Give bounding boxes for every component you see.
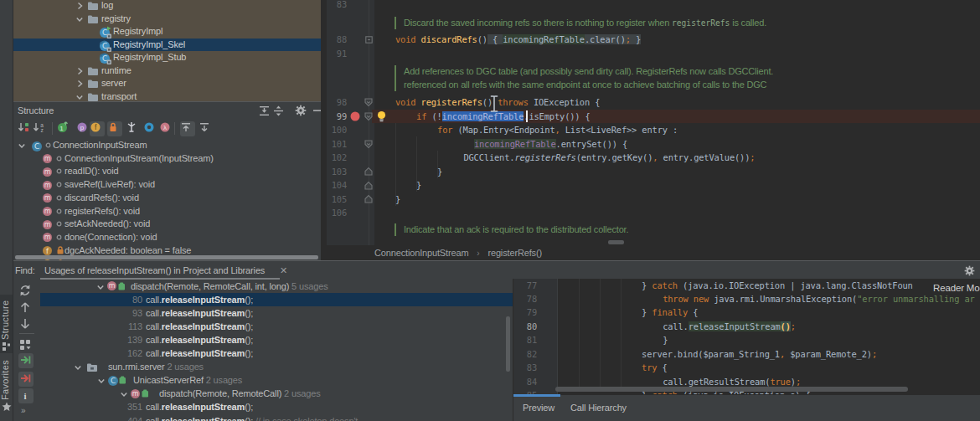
show-lambdas-icon[interactable]: λ	[159, 121, 174, 136]
usage-group-row[interactable]: mdispatch(Remote, RemoteCall, int, long)…	[40, 280, 513, 293]
chevron-right-icon[interactable]	[75, 67, 84, 75]
previous-occurrence-icon[interactable]	[18, 300, 34, 316]
structure-item[interactable]: mConnectionInputStream(InputStream)	[13, 152, 321, 166]
structure-item[interactable]: mdiscardRefs(): void	[13, 192, 321, 205]
chevron-down-icon[interactable]	[75, 15, 84, 23]
code-token: IOException {	[534, 97, 600, 107]
fold-marker-end-icon[interactable]	[364, 194, 373, 203]
chevron-down-icon[interactable]	[120, 390, 128, 398]
chevron-down-icon[interactable]	[75, 93, 84, 101]
method-icon: m	[42, 193, 53, 203]
class-icon: C	[31, 141, 43, 152]
usage-row[interactable]: 113call.releaseInputStream();	[40, 320, 513, 333]
project-tree-item-registry[interactable]: registry	[13, 13, 321, 26]
usage-row[interactable]: 404call.releaseInputStream(); // in case…	[40, 414, 513, 421]
project-tree-item-RegistryImpl_Skel[interactable]: CRegistryImpl_Skel	[13, 39, 321, 52]
code-token: incomingRefTable	[442, 111, 524, 121]
show-inherited-icon[interactable]: 1	[57, 121, 72, 136]
usage-group-label: UnicastServerRef 2 usages	[133, 373, 242, 387]
structure-item[interactable]: msaveRef(LiveRef): void	[13, 178, 321, 192]
chevron-right-icon[interactable]	[75, 2, 84, 10]
sort-by-visibility-icon[interactable]	[18, 121, 33, 136]
group-by-icon[interactable]	[18, 338, 34, 353]
preview-editor[interactable]: 77} catch (java.io.IOException | java.la…	[513, 279, 980, 394]
collapse-all-icon[interactable]	[259, 105, 270, 116]
usage-count: 2 usages	[168, 362, 204, 372]
tool-window-button-structure[interactable]: Structure	[0, 298, 13, 341]
structure-item[interactable]: msetAckNeeded(): void	[13, 218, 321, 231]
chevron-down-icon[interactable]	[74, 363, 82, 372]
usage-group-row[interactable]: CUnicastServerRef 2 usages	[40, 373, 513, 387]
autoscroll-from-source-icon[interactable]	[199, 121, 214, 136]
navigate-from-source-icon[interactable]	[18, 372, 34, 387]
svg-text:C: C	[102, 42, 107, 50]
tab-preview[interactable]: Preview	[523, 403, 554, 413]
fold-marker-expanded-icon[interactable]	[364, 140, 373, 149]
structure-item[interactable]: mreadID(): void	[13, 165, 321, 178]
fold-marker-expanded-icon[interactable]	[364, 112, 373, 121]
usage-row[interactable]: 93call.releaseInputStream();	[40, 306, 513, 320]
sort-alphabetically-icon[interactable]: az	[33, 121, 48, 136]
usage-group-row[interactable]: mdispatch(Remote, RemoteCall) 2 usages	[40, 387, 513, 400]
find-settings-gear-icon[interactable]	[964, 265, 975, 276]
chevron-down-icon[interactable]	[96, 283, 105, 291]
show-core-icon[interactable]	[143, 121, 158, 136]
fold-marker-expanded-icon[interactable]	[364, 98, 373, 107]
favorites-star-icon[interactable]	[2, 402, 12, 412]
main-editor[interactable]: 83Discard the saved incoming refs so the…	[327, 0, 980, 245]
structure-settings-gear-icon[interactable]	[295, 105, 307, 116]
code-token: {	[693, 307, 698, 317]
structure-item-label: readID(): void	[64, 165, 119, 178]
rerun-icon[interactable]	[18, 284, 34, 299]
autoscroll-to-source-icon[interactable]	[180, 121, 195, 136]
method-icon: m	[42, 167, 53, 177]
tab-call-hierarchy[interactable]: Call Hierarchy	[570, 403, 627, 413]
usage-row[interactable]: 80call.releaseInputStream();	[40, 293, 513, 306]
chevron-down-icon[interactable]	[18, 141, 26, 150]
project-tree-item-RegistryImpl_Stub[interactable]: CRegistryImpl_Stub	[13, 51, 321, 64]
find-list-vscrollbar[interactable]	[506, 316, 510, 372]
project-tree-item-server[interactable]: server	[13, 77, 321, 90]
svg-text:C: C	[102, 54, 107, 63]
chevron-down-icon[interactable]	[97, 377, 106, 385]
navigate-to-source-icon[interactable]	[18, 353, 34, 368]
usage-group-row[interactable]: sun.rmi.server 2 usages	[40, 360, 513, 373]
breadcrumb-class[interactable]: ConnectionInputStream	[374, 248, 468, 258]
structure-tool-icon[interactable]	[3, 342, 11, 351]
project-tree-item-log[interactable]: log	[13, 0, 321, 13]
show-fields-icon[interactable]: f	[90, 121, 105, 136]
fold-marker-end-icon[interactable]	[364, 181, 373, 190]
chevron-right-icon[interactable]	[75, 80, 84, 88]
project-tree-item-runtime[interactable]: runtime	[13, 64, 321, 78]
breakpoint-icon[interactable]	[350, 111, 360, 121]
show-anonymous-icon[interactable]	[126, 121, 141, 136]
structure-item-label: saveRef(LiveRef): void	[64, 178, 155, 192]
close-tab-icon[interactable]: ✕	[280, 265, 287, 276]
usage-row[interactable]: 162call.releaseInputStream();	[40, 347, 513, 360]
usage-row[interactable]: 351call.releaseInputStream();	[40, 400, 513, 413]
structure-item[interactable]: CConnectionInputStream	[13, 139, 321, 152]
more-icon[interactable]: »	[21, 406, 25, 415]
find-results-tab[interactable]: Usages of releaseInputStream() in Projec…	[44, 265, 265, 275]
main-editor-hscrollbar[interactable]	[608, 240, 624, 244]
structure-item[interactable]: mregisterRefs(): void	[13, 205, 321, 218]
show-non-public-icon[interactable]	[107, 121, 122, 136]
structure-item[interactable]: mdone(Connection): void	[13, 231, 321, 244]
hide-panel-icon[interactable]	[312, 105, 321, 116]
next-occurrence-icon[interactable]	[18, 317, 34, 332]
fold-marker-end-icon[interactable]	[364, 167, 373, 176]
preview-editor-hscrollbar[interactable]	[555, 387, 908, 392]
project-tree-item-transport[interactable]: transport	[13, 90, 321, 102]
svg-text:C: C	[111, 377, 116, 385]
code-line: } finally {	[558, 305, 980, 319]
usage-row[interactable]: 139call.releaseInputStream();	[40, 333, 513, 347]
fold-marker-collapsed-icon[interactable]	[365, 36, 373, 44]
code-line: }	[374, 178, 980, 193]
tool-window-button-favorites[interactable]: Favorites	[0, 359, 13, 401]
structure-horizontal-scrollbar[interactable]	[15, 255, 318, 259]
project-tree-item-RegistryImpl[interactable]: CRegistryImpl	[13, 25, 321, 39]
code-line: }	[558, 333, 980, 347]
expand-all-icon[interactable]	[273, 105, 284, 116]
info-icon[interactable]: i	[18, 388, 34, 403]
breadcrumb-method[interactable]: registerRefs()	[487, 248, 542, 258]
